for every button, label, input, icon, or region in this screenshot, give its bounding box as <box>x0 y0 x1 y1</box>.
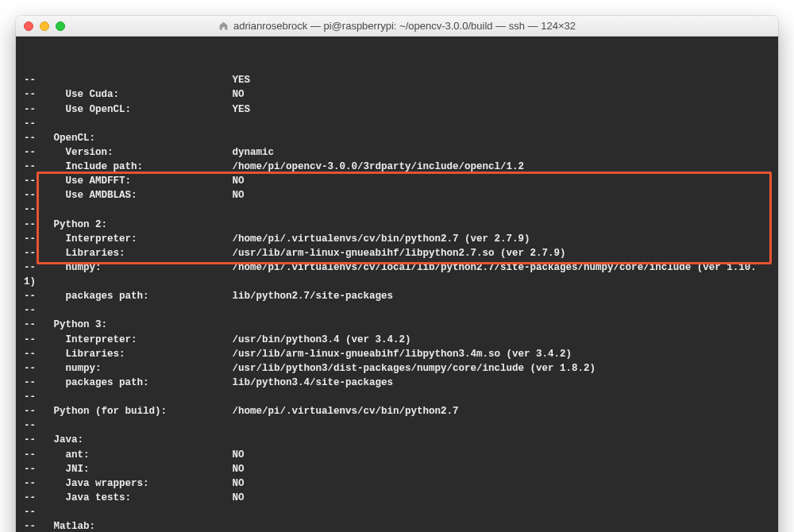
terminal-line: -- <box>24 202 770 217</box>
terminal-line: -- YES <box>24 73 770 87</box>
terminal-line: -- ant: NO <box>24 448 770 462</box>
terminal-line: -- Java: <box>24 433 770 447</box>
terminal-line: -- Python 3: <box>24 318 770 332</box>
terminal-line: -- Use AMDBLAS: NO <box>24 188 770 202</box>
terminal-line: -- OpenCL: <box>24 131 770 145</box>
traffic-lights <box>24 21 65 31</box>
terminal-line: -- Use Cuda: NO <box>24 87 770 102</box>
terminal-line: -- Include path: /home/pi/opencv-3.0.0/3… <box>24 160 770 174</box>
zoom-icon[interactable] <box>56 21 65 31</box>
terminal-line: -- Python 2: <box>24 218 770 232</box>
terminal-line: -- packages path: lib/python2.7/site-pac… <box>24 289 770 303</box>
terminal-line: -- Use OpenCL: YES <box>24 102 770 117</box>
terminal-line: -- JNI: NO <box>24 462 770 476</box>
terminal-line: -- Version: dynamic <box>24 145 770 160</box>
home-icon <box>218 21 229 31</box>
terminal-line: -- numpy: /usr/lib/python3/dist-packages… <box>24 361 770 376</box>
terminal-line: -- Use AMDFFT: NO <box>24 174 770 188</box>
terminal-body[interactable]: -- YES-- Use Cuda: NO-- Use OpenCL: YES-… <box>16 37 778 532</box>
terminal-line: -- Libraries: /usr/lib/arm-linux-gnueabi… <box>24 347 770 361</box>
terminal-window: adrianrosebrock — pi@raspberrypi: ~/open… <box>16 16 778 532</box>
terminal-line: -- Interpreter: /usr/bin/python3.4 (ver … <box>24 333 770 347</box>
terminal-line: -- <box>24 303 770 318</box>
window-title: adrianrosebrock — pi@raspberrypi: ~/open… <box>24 20 770 32</box>
terminal-line: 1) <box>24 275 770 289</box>
terminal-line: -- <box>24 418 770 433</box>
window-title-text: adrianrosebrock — pi@raspberrypi: ~/open… <box>233 20 576 32</box>
minimize-icon[interactable] <box>40 21 49 31</box>
terminal-output: -- YES-- Use Cuda: NO-- Use OpenCL: YES-… <box>24 73 770 532</box>
terminal-line: -- numpy: /home/pi/.virtualenvs/cv/local… <box>24 260 770 275</box>
terminal-line: -- Java tests: NO <box>24 491 770 505</box>
titlebar[interactable]: adrianrosebrock — pi@raspberrypi: ~/open… <box>16 16 778 37</box>
terminal-line: -- <box>24 117 770 131</box>
terminal-line: -- Libraries: /usr/lib/arm-linux-gnueabi… <box>24 246 770 260</box>
terminal-line: -- <box>24 505 770 519</box>
terminal-line: -- Java wrappers: NO <box>24 476 770 491</box>
terminal-line: -- <box>24 390 770 404</box>
terminal-line: -- Matlab: <box>24 519 770 532</box>
terminal-line: -- packages path: lib/python3.4/site-pac… <box>24 376 770 390</box>
terminal-line: -- Interpreter: /home/pi/.virtualenvs/cv… <box>24 232 770 246</box>
terminal-line: -- Python (for build): /home/pi/.virtual… <box>24 404 770 418</box>
close-icon[interactable] <box>24 21 33 31</box>
